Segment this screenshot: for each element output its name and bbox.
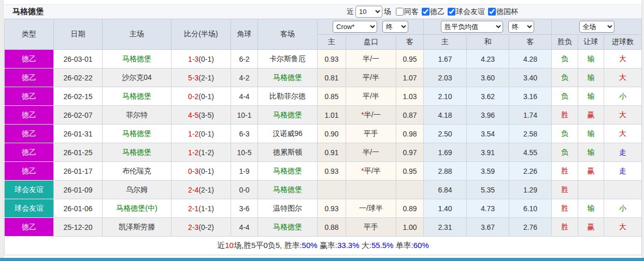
summary-segment: 60% [413,241,429,250]
avg-odds-draw: 3.54 [467,125,509,143]
col-header-handicap: 盘口 [346,35,396,50]
full-time-score: 2-3 [188,223,198,231]
match-score: 1-2(1-2) [171,143,231,162]
handicap-odds-home: 1.01 [318,106,346,125]
half-time-score: (1-2) [198,148,214,157]
handicap-odds-home: 0.88 [318,218,346,237]
summary-segment: 近 [217,241,225,250]
filter-german-cup[interactable]: 德国杯 [488,7,518,17]
filter-club-friendly[interactable]: 球会友谊 [448,7,485,17]
same-away-checkbox[interactable] [396,8,404,16]
team-title: 马格德堡 [4,7,44,17]
summary-row: 近10场,胜5平0负5, 胜率:50% 赢率:33.3% 大:55.5% 单率:… [5,237,642,255]
away-team: 卡尔斯鲁厄 [258,50,318,68]
summary-text: 近10场,胜5平0负5, 胜率:50% 赢率:33.3% 大:55.5% 单率:… [5,237,642,255]
summary-segment: 55.5% [371,241,394,250]
avg-odds-lose: 4.55 [509,143,552,162]
match-type-badge: 德乙 [5,143,54,162]
col-header-avg-lose: 客 [509,35,552,50]
away-team: 马格德堡 [258,181,318,199]
col-header-odds-away: 客 [396,35,424,50]
corner-score: 4-4 [231,218,258,237]
home-team: 马格德堡 [103,87,171,106]
away-team: 汉诺威96 [258,125,318,143]
handicap-line: 平/半 [346,68,396,87]
odds-final-select[interactable]: 终 [382,21,408,33]
match-date: 26-02-07 [54,106,103,125]
handicap-line-text: 一/球半 [359,204,383,212]
col-header-outcome: 胜负 [552,35,578,50]
scope-select[interactable]: 全场 [579,21,614,33]
league2-checkbox[interactable] [422,8,430,16]
avg-odds-lose: 1.29 [509,181,552,199]
match-date: 26-01-06 [54,199,103,218]
match-score: 2-3(0-2) [171,218,231,237]
summary-segment: 场,胜5平0负5, 胜率: [234,241,302,250]
avg-odds-draw: 3.91 [467,143,509,162]
bookmaker-select[interactable]: Crow* [333,21,377,33]
goals-result: 走 [604,143,642,162]
col-header-score: 比分(半场) [171,19,231,50]
avg-odds-win: 2.50 [424,125,467,143]
summary-segment: 50% [302,241,318,250]
filter-league2[interactable]: 德乙 [422,7,445,17]
handicap-odds-home: 0.93 [318,50,346,68]
recent-suffix-label: 场 [384,7,391,17]
col-header-odds-home: 主 [318,35,346,50]
avg-odds-lose: 2.76 [509,218,552,237]
handicap-line: 一/球半 [346,199,396,218]
summary-segment: 10 [225,241,234,250]
match-type-badge: 德乙 [5,125,54,143]
match-type-badge: 球会友谊 [5,181,54,199]
match-row: 德乙 26-01-31 马格德堡 1-2(0-1) 6-3 汉诺威96 0.90… [5,125,642,143]
german-cup-checkbox[interactable] [488,8,496,16]
goals-result: 大 [604,68,642,87]
handicap-line: *半/一 [346,106,396,125]
summary-segment: 大: [360,241,371,250]
avg-odds-lose: 2.58 [509,125,552,143]
handicap-odds-away: 1.00 [396,218,424,237]
match-type-badge: 德乙 [5,87,54,106]
recent-count-select[interactable]: 10 [355,6,382,18]
avg-type-select[interactable]: 胜平负均值 [441,21,503,33]
goals-result: 小 [604,87,642,106]
away-team: 马格德堡 [258,162,318,181]
handicap-odds-away: 0.89 [396,199,424,218]
avg-odds-win: 2.88 [424,162,467,181]
summary-segment: 赢率: [318,241,337,250]
handicap-line-text: 平手 [364,223,378,231]
match-score: 2-4(2-1) [171,181,231,199]
col-header-spread: 让球 [578,35,604,50]
filter-same-away[interactable]: 同客 [396,7,419,17]
goals-result: 大 [604,125,642,143]
match-score: 1-3(0-1) [171,50,231,68]
handicap-line: 平手 [346,218,396,237]
half-time-score: (0-1) [198,130,214,138]
handicap-odds-home: 0.90 [318,125,346,143]
match-history-table: 类型 日期 主场 比分(半场) 角球 客场 Crow* 终 胜平负均值 [4,19,642,255]
club-friendly-checkbox[interactable] [448,8,455,16]
full-time-score: 2-1 [188,204,198,213]
match-score: 0-3(0-1) [171,162,231,181]
corner-score: 3-6 [231,199,258,218]
avg-odds-lose: 3.16 [509,87,552,106]
outcome-result: 负 [552,143,578,162]
match-row: 球会友谊 26-01-06 马格德堡(中) 2-1(1-1) 3-6 温特图尔 … [5,199,642,218]
half-time-score: (3-5) [198,111,214,119]
away-team: 马格德堡 [258,218,318,237]
corner-score: 4-2 [231,68,258,87]
full-time-score: 0-2 [188,92,198,101]
avg-odds-win: 6.84 [424,181,467,199]
avg-odds-win: 2.10 [424,87,467,106]
avg-final-select[interactable]: 终 [508,21,534,33]
corner-score: 10-1 [231,106,258,125]
home-team: 凯泽斯劳滕 [103,218,171,237]
home-team: 马格德堡(中) [103,199,171,218]
full-time-score: 1-2 [188,148,198,157]
home-team: 沙尔克04 [103,68,171,87]
handicap-line: 平/半 [346,87,396,106]
spread-result: 输 [578,199,604,218]
match-score: 0-2(0-1) [171,87,231,106]
corner-score: 1-9 [231,162,258,181]
recent-prefix-label: 近 [347,7,354,17]
